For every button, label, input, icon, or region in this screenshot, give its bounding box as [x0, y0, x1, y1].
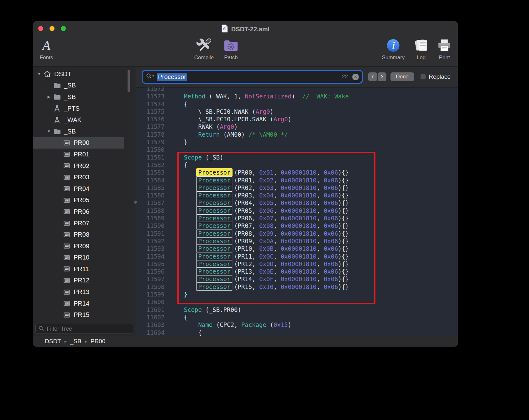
line-number: 11574	[136, 100, 165, 108]
find-bar: Processor 22 ✕ ‹ › Done Replace	[136, 67, 458, 88]
tree-item-pr09[interactable]: PR09	[33, 240, 124, 252]
tree-item-pr08[interactable]: PR08	[33, 229, 124, 240]
line-number: 11591	[136, 230, 165, 237]
house-icon	[43, 70, 52, 78]
log-button[interactable]: Log	[414, 36, 428, 61]
code-editor[interactable]: 1157211573 Method (_WAK, 1, NotSerialize…	[136, 87, 458, 336]
log-pages-icon	[414, 36, 428, 55]
line-number: 11573	[136, 92, 165, 100]
find-query-text: Processor	[157, 73, 187, 81]
find-match: Processor	[197, 253, 232, 260]
line-number: 11580	[136, 146, 165, 153]
find-match: Processor	[197, 207, 232, 214]
tree-item-pr14[interactable]: PR14	[33, 298, 124, 309]
search-magnifier-icon[interactable]	[146, 73, 155, 81]
line-number: 11586	[136, 192, 165, 199]
tree-item-label: PR04	[74, 185, 89, 192]
patch-label: Patch	[224, 55, 238, 61]
fonts-button[interactable]: A Fonts	[40, 36, 53, 61]
tree-item-pr10[interactable]: PR10	[33, 252, 124, 264]
code-line: 11591 Processor (PR08, 0x09, 0x00001810,…	[136, 230, 458, 237]
line-number: 11579	[136, 138, 165, 146]
processor-icon	[62, 140, 71, 146]
breadcrumb: DSDT▸_SB▸PR00	[33, 336, 458, 347]
tree-item-sb[interactable]: ▶_SB	[33, 91, 124, 103]
folder-icon	[53, 94, 61, 100]
tree-item-label: PR10	[74, 254, 89, 261]
find-match: Processor	[197, 238, 232, 244]
line-number: 11603	[136, 321, 165, 328]
previous-match-button[interactable]: ‹	[368, 72, 377, 81]
tree-item-pr15[interactable]: PR15	[33, 309, 124, 321]
find-search-field[interactable]: Processor 22 ✕	[143, 71, 362, 83]
tree-item-pr13[interactable]: PR13	[33, 286, 124, 298]
done-button[interactable]: Done	[390, 72, 414, 81]
filter-tree-field[interactable]	[35, 324, 133, 334]
summary-info-icon: i	[386, 36, 400, 55]
tree-item-pr00[interactable]: PR00	[33, 137, 124, 149]
processor-icon	[62, 312, 71, 318]
tree-item-label: PR05	[74, 197, 89, 204]
tree-item-pr03[interactable]: PR03	[33, 171, 124, 183]
line-number: 11582	[136, 161, 165, 169]
tree-item-pr11[interactable]: PR11	[33, 263, 124, 275]
code-line: 11595 Processor (PR12, 0x0D, 0x00001810,…	[136, 260, 458, 268]
tree-item-label: PR12	[74, 277, 89, 284]
line-number: 11588	[136, 207, 165, 214]
search-icon	[39, 326, 44, 332]
summary-button[interactable]: i Summary	[382, 36, 405, 61]
line-number: 11600	[136, 298, 165, 306]
replace-checkbox[interactable]	[420, 74, 426, 80]
tree-item-label: _PTS	[64, 105, 80, 112]
line-number: 11584	[136, 176, 165, 184]
processor-icon	[62, 186, 71, 192]
disclosure-triangle[interactable]: ▼	[45, 129, 53, 134]
pane-splitter-handle[interactable]	[134, 201, 137, 204]
print-button[interactable]: Print	[437, 36, 452, 61]
disclosure-triangle[interactable]: ▶	[45, 95, 53, 99]
tree-item-pr04[interactable]: PR04	[33, 183, 124, 195]
breadcrumb-item[interactable]: _SB	[70, 338, 81, 345]
compile-tools-icon	[196, 36, 212, 55]
tree-item-pr01[interactable]: PR01	[33, 149, 124, 160]
print-label: Print	[439, 55, 450, 61]
next-match-button[interactable]: ›	[378, 72, 386, 81]
breadcrumb-item[interactable]: PR00	[91, 338, 106, 345]
app-window: DSDT-22.aml A Fonts Compile	[33, 21, 458, 347]
processor-icon	[62, 266, 71, 272]
tree-item-dsdt[interactable]: ▼DSDT	[33, 68, 124, 80]
tree-item-sb[interactable]: _SB	[33, 80, 124, 92]
sidebar-scrollbar[interactable]	[128, 70, 130, 92]
breadcrumb-item[interactable]: DSDT	[45, 338, 61, 345]
code-line: 11574 {	[136, 100, 458, 108]
line-number: 11596	[136, 268, 165, 275]
code-line: 11584 Processor (PR01, 0x02, 0x00001810,…	[136, 176, 458, 184]
find-match: Processor	[197, 260, 232, 267]
tree-item-pr12[interactable]: PR12	[33, 275, 124, 286]
sidebar: ▼DSDT_SB▶_SB_PTS_WAK▼_SBPR00PR01PR02PR03…	[33, 67, 136, 336]
tree-item-label: DSDT	[54, 71, 71, 78]
code-line: 11592 Processor (PR09, 0x0A, 0x00001810,…	[136, 237, 458, 245]
code-line: 11577 RWAK (Arg0)	[136, 123, 458, 130]
tree-item-pr05[interactable]: PR05	[33, 195, 124, 206]
tree-item-sb[interactable]: ▼_SB	[33, 126, 124, 137]
line-number: 11585	[136, 184, 165, 192]
tree-item-pr06[interactable]: PR06	[33, 206, 124, 218]
tree-item-pr07[interactable]: PR07	[33, 218, 124, 229]
find-match: Processor	[197, 177, 232, 184]
clear-search-icon[interactable]: ✕	[352, 74, 359, 80]
filter-tree-input[interactable]	[46, 325, 130, 333]
disclosure-triangle[interactable]: ▼	[35, 72, 43, 76]
match-count: 22	[342, 74, 348, 80]
compile-button[interactable]: Compile	[194, 36, 214, 61]
patch-button[interactable]: Patch	[224, 36, 238, 61]
tree-item-wak[interactable]: _WAK	[33, 114, 124, 126]
line-number: 11601	[136, 306, 165, 313]
processor-icon	[62, 197, 71, 203]
fonts-label: Fonts	[40, 55, 53, 61]
method-icon	[53, 116, 61, 124]
tree-item-pts[interactable]: _PTS	[33, 103, 124, 114]
tree-item-pr02[interactable]: PR02	[33, 160, 124, 172]
tree-item-label: _SB	[64, 128, 76, 135]
breadcrumb-separator: ▸	[65, 339, 67, 344]
